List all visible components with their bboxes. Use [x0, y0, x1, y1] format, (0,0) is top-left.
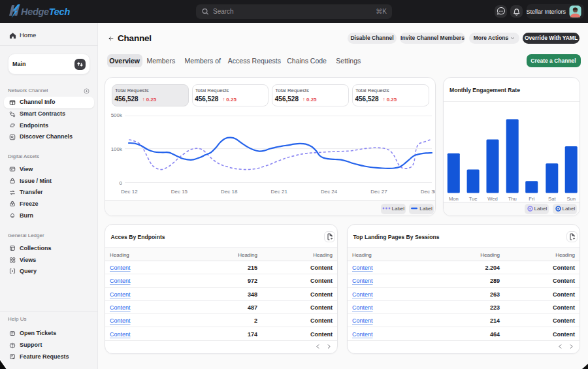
svg-text:Sun: Sun [566, 196, 576, 202]
svg-text:HedgeTech: HedgeTech [21, 7, 70, 17]
svg-text:500k: 500k [111, 112, 123, 118]
svg-text:Wed: Wed [487, 196, 497, 202]
svg-text:⌘K: ⌘K [376, 8, 387, 15]
svg-text:Dec 21: Dec 21 [271, 189, 288, 195]
svg-text:Dec 30: Dec 30 [421, 189, 435, 195]
svg-text:Search: Search [213, 8, 234, 15]
svg-text:Fri: Fri [529, 196, 534, 202]
svg-text:Stellar Interiors: Stellar Interiors [526, 8, 566, 15]
svg-text:100k: 100k [111, 146, 123, 152]
svg-text:Dec 18: Dec 18 [221, 189, 238, 195]
svg-text:Dec 12: Dec 12 [121, 189, 138, 195]
svg-text:Dec 27: Dec 27 [370, 189, 387, 195]
svg-text:Thu: Thu [508, 196, 517, 202]
svg-text:0: 0 [120, 180, 123, 186]
svg-text:Tue: Tue [469, 196, 478, 202]
svg-text:Mon: Mon [449, 196, 459, 202]
svg-text:Sat: Sat [548, 196, 556, 202]
svg-text:Dec 15: Dec 15 [171, 189, 188, 195]
svg-text:Dec 24: Dec 24 [321, 189, 338, 195]
